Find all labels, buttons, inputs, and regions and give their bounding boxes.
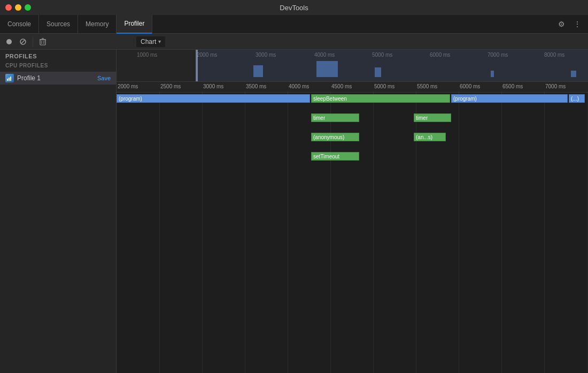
tab-profiler[interactable]: Profiler xyxy=(117,15,152,34)
detail-timeline: 2000 ms 2500 ms 3000 ms 3500 ms 4000 ms … xyxy=(117,82,588,373)
ruler-tick-3500: 3500 ms xyxy=(246,83,266,89)
stop-button[interactable] xyxy=(17,36,29,48)
tab-icons: ⚙ ⋮ xyxy=(556,19,583,29)
chart-dropdown-arrow: ▾ xyxy=(158,39,161,44)
overview-selection[interactable] xyxy=(197,50,588,81)
flame-row-1: timer timer xyxy=(117,113,588,123)
chart-selector-label: Chart xyxy=(141,38,156,45)
close-button[interactable] xyxy=(5,4,12,11)
toolbar-divider xyxy=(33,37,33,47)
title-bar: DevTools xyxy=(0,0,588,15)
flame-block-settimeout[interactable]: setTimeout xyxy=(311,152,359,161)
svg-rect-9 xyxy=(9,78,10,81)
ruler-tick-7000: 7000 ms xyxy=(545,83,566,89)
profile-save[interactable]: Save xyxy=(97,75,111,81)
ruler-tick-2500: 2500 ms xyxy=(160,83,181,89)
ruler-tick-4000: 4000 ms xyxy=(289,83,309,89)
profile-name: Profile 1 xyxy=(17,74,94,82)
main-layout: Profiles CPU PROFILES Profile 1 Save 100… xyxy=(0,50,588,373)
ruler-tick-6000: 6000 ms xyxy=(460,83,480,89)
overview-handle-left[interactable] xyxy=(196,50,198,81)
profile-item[interactable]: Profile 1 Save xyxy=(0,72,116,85)
svg-point-0 xyxy=(6,39,12,44)
ruler-tick-3000: 3000 ms xyxy=(203,83,223,89)
record-button[interactable] xyxy=(3,36,15,48)
settings-icon[interactable]: ⚙ xyxy=(556,19,567,29)
ruler-tick-5000: 5000 ms xyxy=(374,83,394,89)
toolbar: Chart ▾ xyxy=(0,34,588,50)
tab-sources[interactable]: Sources xyxy=(39,15,78,34)
ruler-tick-4500: 4500 ms xyxy=(331,83,352,89)
minimize-button[interactable] xyxy=(15,4,21,11)
flame-block-sleep[interactable]: sleepBetween xyxy=(311,94,450,103)
flame-block-anonymous-2[interactable]: (an...s) xyxy=(414,133,446,141)
overview-tick-1000: 1000 ms xyxy=(137,52,157,58)
profiles-label: Profiles xyxy=(0,50,116,62)
ruler-tick-2000: 2000 ms xyxy=(118,83,138,89)
window-controls xyxy=(5,4,31,11)
svg-rect-10 xyxy=(10,77,11,81)
svg-line-2 xyxy=(21,40,25,43)
profile-icon xyxy=(5,74,14,82)
flame-row-0: (program) sleepBetween (program) (...) xyxy=(117,94,588,103)
more-icon[interactable]: ⋮ xyxy=(572,19,583,29)
flame-block-ellipsis[interactable]: (...) xyxy=(569,94,585,103)
svg-rect-8 xyxy=(7,79,8,81)
flame-block-program-1[interactable]: (program) xyxy=(117,94,310,103)
flame-area: (program) sleepBetween (program) (...) t… xyxy=(117,93,588,373)
flame-row-3: setTimeout xyxy=(117,151,588,161)
ruler-tick-5500: 5500 ms xyxy=(417,83,437,89)
chart-selector[interactable]: Chart ▾ xyxy=(136,36,165,47)
flame-block-timer-2[interactable]: timer xyxy=(414,113,451,122)
chart-area: 1000 ms 2000 ms 3000 ms 4000 ms 5000 ms … xyxy=(117,50,588,373)
sidebar: Profiles CPU PROFILES Profile 1 Save xyxy=(0,50,117,373)
flame-block-program-2[interactable]: (program) xyxy=(451,94,568,103)
ruler-tick-6500: 6500 ms xyxy=(502,83,523,89)
tab-memory[interactable]: Memory xyxy=(78,15,117,34)
tab-bar: Console Sources Memory Profiler ⚙ ⋮ xyxy=(0,15,588,34)
delete-button[interactable] xyxy=(37,36,49,48)
ruler-row: 2000 ms 2500 ms 3000 ms 3500 ms 4000 ms … xyxy=(117,82,588,93)
flame-block-timer-1[interactable]: timer xyxy=(311,113,359,122)
cpu-profiles-label: CPU PROFILES xyxy=(0,62,116,72)
tab-console[interactable]: Console xyxy=(0,15,39,34)
maximize-button[interactable] xyxy=(25,4,31,11)
flame-block-anonymous-1[interactable]: (anonymous) xyxy=(311,133,359,141)
window-title: DevTools xyxy=(280,4,308,12)
overview-timeline[interactable]: 1000 ms 2000 ms 3000 ms 4000 ms 5000 ms … xyxy=(117,50,588,82)
svg-rect-3 xyxy=(40,40,45,45)
flame-row-2: (anonymous) (an...s) xyxy=(117,132,588,142)
